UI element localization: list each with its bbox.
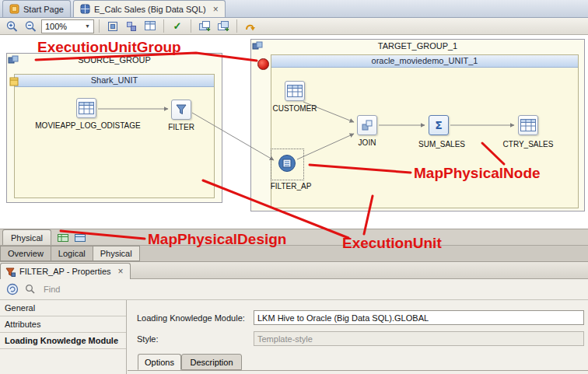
zoom-in-icon[interactable]	[4, 19, 21, 33]
properties-icon	[5, 267, 16, 277]
table-icon	[286, 83, 303, 99]
nav-item-loading-knowledge-module[interactable]: Loading Knowledge Module	[0, 333, 126, 349]
tab-editor-mapping[interactable]: E_Calc Sales (Big Data SQL) ×	[73, 0, 226, 17]
tab-description[interactable]: Description	[181, 354, 242, 370]
join-node[interactable]	[357, 115, 377, 135]
tab-underline	[128, 370, 588, 371]
annotation-execution-unit: ExecutionUnit	[342, 235, 442, 252]
group-icon	[252, 40, 263, 54]
lkm-field-label: Loading Knowledge Module:	[137, 313, 245, 323]
mapping-icon	[80, 4, 90, 14]
properties-tab-strip: FILTER_AP - Properties ×	[0, 262, 588, 279]
close-icon[interactable]: ×	[118, 267, 124, 275]
lkm-value: LKM Hive to Oracle (Big Data SQL).GLOBAL	[257, 313, 429, 323]
tab-overview[interactable]: Overview	[0, 246, 51, 261]
validate-icon[interactable]: ✓	[169, 19, 186, 33]
zoom-out-icon[interactable]	[23, 19, 40, 33]
execution-unit-shark[interactable]: Shark_UNIT	[14, 74, 215, 198]
target-record-icon	[257, 58, 269, 70]
zoom-value: 100%	[45, 22, 67, 31]
editor-view-tabs: Overview Logical Physical	[0, 246, 588, 262]
properties-find-bar	[0, 279, 588, 300]
tab-filter-ap-properties[interactable]: FILTER_AP - Properties ×	[0, 263, 131, 279]
nav-item-general[interactable]: General	[0, 300, 126, 316]
node-label: JOIN	[348, 138, 387, 147]
node-label: FILTER_AP	[260, 182, 322, 190]
add-target-icon[interactable]	[215, 19, 232, 33]
annotation-execution-unit-group: ExecutionUnitGroup	[37, 39, 181, 56]
diagram-toolbar: 100% ▼ ✓	[0, 18, 588, 35]
filter-node[interactable]	[171, 100, 191, 120]
toolbar-separator	[191, 19, 191, 33]
search-icon	[25, 284, 36, 295]
style-value: Template-style	[257, 334, 313, 344]
annotation-map-physical-node: MapPhysicalNode	[414, 165, 541, 182]
execution-unit-title: Shark_UNIT	[15, 75, 214, 87]
style-field-label: Style:	[137, 334, 159, 344]
start-page-icon	[9, 4, 19, 14]
tab-label: Physical	[100, 249, 132, 258]
tab-physical[interactable]: Physical	[93, 246, 140, 261]
tab-label: Description	[190, 358, 233, 367]
tab-label: Start Page	[23, 5, 64, 14]
nav-item-attributes[interactable]: Attributes	[0, 316, 126, 333]
datastore-node-movieapp[interactable]	[76, 98, 96, 118]
toolbar-separator	[236, 19, 237, 33]
access-point-node-filter-ap[interactable]	[277, 153, 297, 173]
tab-label: Physical	[11, 233, 43, 243]
diagram-sync-icon[interactable]	[72, 230, 89, 245]
node-label: FILTER	[159, 123, 203, 131]
close-icon[interactable]: ×	[213, 5, 219, 13]
annotation-map-physical-design: MapPhysicalDesign	[148, 231, 286, 248]
node-label: CTRY_SALES	[497, 140, 559, 149]
tab-label: Options	[145, 358, 174, 367]
properties-nav: General Attributes Loading Knowledge Mod…	[0, 300, 127, 374]
tab-logical[interactable]: Logical	[51, 246, 93, 261]
style-field[interactable]: Template-style	[254, 331, 584, 346]
refresh-icon[interactable]	[6, 283, 19, 295]
datastore-node-customer[interactable]	[285, 81, 305, 101]
tab-start-page[interactable]: Start Page	[2, 0, 71, 17]
grid-view-icon[interactable]	[142, 19, 159, 33]
aggregate-node-sum-sales[interactable]: Σ	[429, 115, 449, 135]
hive-schema-icon	[9, 75, 19, 89]
odi-studio-window: Start Page E_Calc Sales (Big Data SQL) ×…	[0, 0, 588, 374]
toolbar-separator	[163, 19, 164, 33]
tab-label: Logical	[58, 249, 86, 258]
sigma-icon: Σ	[435, 119, 443, 131]
fit-diagram-icon[interactable]	[104, 19, 121, 33]
find-input[interactable]	[42, 284, 201, 295]
tab-options[interactable]: Options	[138, 354, 181, 370]
select-layout-icon[interactable]	[123, 19, 140, 33]
filter-icon	[175, 103, 187, 116]
tab-label: Overview	[8, 249, 44, 258]
execution-unit-title: oracle_moviedemo_UNIT_1	[271, 55, 578, 68]
join-icon	[361, 119, 373, 131]
tab-label: FILTER_AP - Properties	[19, 267, 111, 276]
node-label: SUM_SALES	[411, 140, 473, 149]
editor-tab-bar: Start Page E_Calc Sales (Big Data SQL) ×	[0, 0, 588, 18]
group-title: TARGET_GROUP_1	[251, 40, 584, 51]
node-label: CUSTOMER	[264, 104, 326, 113]
access-point-icon	[278, 154, 296, 173]
table-icon	[520, 117, 537, 133]
diagram-tab-strip: Physical	[0, 229, 588, 246]
diagram-tab-physical[interactable]: Physical	[2, 229, 51, 245]
chevron-down-icon: ▼	[85, 23, 90, 29]
datastore-node-ctry-sales[interactable]	[518, 115, 538, 135]
lkm-field[interactable]: LKM Hive to Oracle (Big Data SQL).GLOBAL	[254, 310, 584, 325]
add-source-icon[interactable]	[196, 19, 213, 33]
node-label: MOVIEAPP_LOG_ODISTAGE	[22, 121, 154, 130]
undo-layout-icon[interactable]	[242, 19, 259, 33]
zoom-level-combo[interactable]: 100% ▼	[41, 19, 94, 33]
diagram-view-icon[interactable]	[54, 230, 72, 245]
tab-label: E_Calc Sales (Big Data SQL)	[94, 5, 206, 14]
group-icon	[8, 54, 19, 68]
table-icon	[78, 100, 95, 116]
toolbar-separator	[99, 19, 100, 33]
